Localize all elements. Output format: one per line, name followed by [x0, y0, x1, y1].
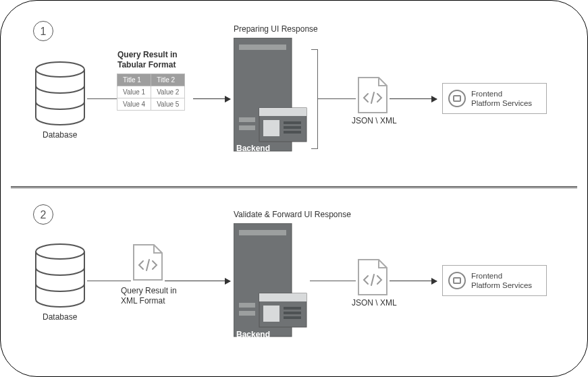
- arrow-icon: [390, 281, 437, 281]
- svg-rect-19: [284, 307, 301, 310]
- svg-rect-10: [284, 131, 301, 134]
- step-1-number: 1: [41, 26, 47, 37]
- database-icon: [33, 243, 87, 308]
- bracket-icon: [311, 49, 318, 149]
- table-header-row: Title 1 Title 2: [117, 74, 185, 86]
- section-divider: [11, 186, 577, 188]
- connector-line: [318, 98, 356, 99]
- svg-rect-8: [284, 121, 301, 124]
- frontend-box: FrontendPlatform Services: [442, 265, 547, 296]
- svg-rect-21: [284, 316, 301, 319]
- table-title-line2: Tabular Format: [117, 60, 176, 69]
- frontend-box: FrontendPlatform Services: [442, 83, 547, 114]
- svg-rect-14: [239, 303, 255, 308]
- svg-rect-17: [259, 293, 306, 301]
- table-cell: Value 4: [117, 98, 151, 111]
- step-2-badge: 2: [33, 204, 53, 225]
- table-header-cell: Title 1: [117, 74, 151, 86]
- backend-server-icon: [234, 223, 308, 341]
- arrow-icon: [390, 98, 437, 99]
- table-cell: Value 2: [151, 86, 185, 98]
- database-icon: [33, 61, 87, 125]
- svg-rect-13: [239, 230, 286, 235]
- table-title-line1: Query Result in: [117, 50, 178, 59]
- backend-server-icon: [234, 38, 308, 156]
- arrow-icon: [193, 98, 230, 99]
- xml-label-line1: Query Result in: [121, 286, 177, 295]
- backend-label-line1: Backend: [236, 330, 270, 339]
- query-result-table: Title 1 Title 2 Value 1 Value 2 Value 4 …: [117, 74, 185, 111]
- table-header-cell: Title 2: [151, 74, 185, 86]
- svg-rect-18: [263, 306, 279, 322]
- svg-rect-20: [284, 312, 301, 314]
- svg-rect-6: [259, 108, 306, 116]
- svg-point-0: [36, 62, 84, 77]
- monitor-icon: [448, 90, 466, 107]
- monitor-icon: [448, 272, 466, 289]
- svg-rect-2: [239, 45, 286, 50]
- svg-rect-15: [239, 311, 255, 316]
- connector-line: [310, 281, 356, 281]
- table-cell: Value 5: [151, 98, 185, 111]
- svg-rect-9: [284, 126, 301, 129]
- connector-line: [87, 98, 117, 99]
- frontend-label: FrontendPlatform Services: [471, 89, 532, 109]
- server-title: Validate & Forward UI Response: [234, 210, 351, 219]
- code-file-icon: [357, 258, 388, 296]
- svg-rect-3: [239, 117, 255, 122]
- backend-label-line2: Platform Service: [236, 339, 300, 348]
- table-row: Value 1 Value 2: [117, 86, 185, 98]
- code-file-icon: [357, 76, 388, 114]
- server-title: Preparing UI Response: [234, 24, 318, 34]
- step-2-number: 2: [41, 209, 47, 221]
- connector-line: [87, 281, 131, 281]
- step-1-badge: 1: [33, 21, 53, 41]
- backend-label-line2: Platform Service: [236, 153, 300, 163]
- payload-label: JSON \ XML: [352, 298, 397, 308]
- table-row: Value 4 Value 5: [117, 98, 185, 111]
- xml-label-line2: XML Format: [121, 296, 165, 306]
- code-file-icon: [132, 243, 163, 281]
- payload-label: JSON \ XML: [352, 116, 397, 125]
- arrow-icon: [165, 281, 230, 281]
- frontend-label: FrontendPlatform Services: [471, 271, 532, 291]
- svg-point-11: [36, 244, 84, 259]
- database-label: Database: [43, 130, 77, 140]
- database-label: Database: [43, 312, 77, 322]
- table-cell: Value 1: [117, 86, 151, 98]
- svg-rect-7: [263, 120, 279, 136]
- svg-rect-4: [239, 125, 255, 130]
- diagram-frame: 1 Database Query Result in Tabular Forma…: [0, 0, 588, 377]
